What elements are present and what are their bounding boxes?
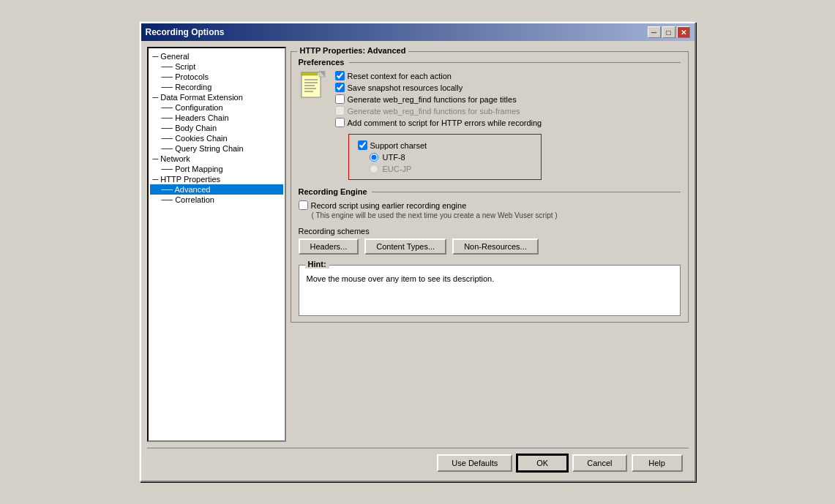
save-snapshot-checkbox[interactable] xyxy=(335,83,345,92)
tree-item-body-chain[interactable]: ── Body Chain xyxy=(150,123,283,133)
headers-button[interactable]: Headers... xyxy=(299,238,359,255)
hint-text: Move the mouse over any item to see its … xyxy=(307,271,673,283)
reset-context-checkbox[interactable] xyxy=(335,71,345,80)
window-title: Recording Options xyxy=(146,27,225,37)
utf8-radio[interactable] xyxy=(370,153,378,162)
record-engine-checkbox[interactable] xyxy=(299,200,308,210)
tree-item-advanced[interactable]: ── Advanced xyxy=(150,184,283,195)
check-gen-web-reg: Generate web_reg_find functions for page… xyxy=(335,94,542,104)
gen-subframes-checkbox[interactable] xyxy=(335,106,345,116)
charset-box: Support charset UTF-8 EUC-JP xyxy=(348,134,542,180)
window-body: ─ General ── Script ── Protocols ── Reco… xyxy=(141,41,694,481)
tree-item-recording[interactable]: ── Recording xyxy=(150,82,283,92)
main-content: ─ General ── Script ── Protocols ── Reco… xyxy=(147,47,689,442)
recording-schemes-label: Recording schemes xyxy=(299,227,681,236)
tree-item-port-mapping[interactable]: ── Port Mapping xyxy=(150,164,283,174)
check-add-comment: Add comment to script for HTTP errors wh… xyxy=(335,118,542,127)
title-bar: Recording Options ─ □ ✕ xyxy=(141,23,694,41)
add-comment-label: Add comment to script for HTTP errors wh… xyxy=(348,119,542,127)
support-charset-label: Support charset xyxy=(370,141,427,150)
tree-item-http-properties[interactable]: ─ HTTP Properties xyxy=(150,174,283,184)
maximize-button[interactable]: □ xyxy=(662,26,675,38)
utf8-label: UTF-8 xyxy=(383,153,405,162)
preferences-checkboxes: Reset context for each action Save snaps… xyxy=(335,71,542,180)
radio-eucjp: EUC-JP xyxy=(358,165,533,173)
tree-item-general[interactable]: ─ General xyxy=(150,51,283,61)
check-support-charset: Support charset xyxy=(358,140,533,150)
tree-item-query-string-chain[interactable]: ── Query String Chain xyxy=(150,143,283,154)
check-record-engine: Record script using earlier recording en… xyxy=(299,200,681,210)
eucjp-radio[interactable] xyxy=(370,165,378,173)
check-save-snapshot: Save snapshot resources locally xyxy=(335,83,542,92)
help-button[interactable]: Help xyxy=(632,454,683,472)
schemes-buttons-row: Headers... Content Types... Non-Resource… xyxy=(299,238,681,255)
tree-item-configuration[interactable]: ── Configuration xyxy=(150,102,283,113)
content-types-button[interactable]: Content Types... xyxy=(364,238,446,255)
reset-context-label: Reset context for each action xyxy=(348,72,452,80)
eucjp-label: EUC-JP xyxy=(383,165,412,173)
recording-schemes-section: Recording schemes Headers... Content Typ… xyxy=(299,227,681,255)
check-reset-context: Reset context for each action xyxy=(335,71,542,80)
tree-item-protocols[interactable]: ── Protocols xyxy=(150,72,283,82)
recording-options-window: Recording Options ─ □ ✕ ─ General ── Scr… xyxy=(140,22,696,482)
ok-button[interactable]: OK xyxy=(517,454,568,472)
bottom-bar: Use Defaults OK Cancel Help xyxy=(147,448,689,475)
preferences-section-header: Preferences xyxy=(299,58,681,67)
title-bar-buttons: ─ □ ✕ xyxy=(648,26,690,38)
tree-item-headers-chain[interactable]: ── Headers Chain xyxy=(150,113,283,123)
hint-box: Hint: Move the mouse over any item to se… xyxy=(299,265,681,316)
minimize-button[interactable]: ─ xyxy=(648,26,661,38)
tree-panel: ─ General ── Script ── Protocols ── Reco… xyxy=(147,47,286,442)
group-title: HTTP Properties: Advanced xyxy=(297,46,409,55)
content-panel: HTTP Properties: Advanced Preferences xyxy=(291,47,689,442)
svg-rect-0 xyxy=(302,72,321,97)
hint-label: Hint: xyxy=(305,260,329,268)
gen-subframes-label: Generate web_reg_find functions for sub-… xyxy=(348,107,520,116)
support-charset-checkbox[interactable] xyxy=(358,140,367,150)
save-snapshot-label: Save snapshot resources locally xyxy=(348,83,463,92)
preferences-icon xyxy=(299,71,328,100)
gen-web-reg-label: Generate web_reg_find functions for page… xyxy=(348,95,517,104)
cancel-button[interactable]: Cancel xyxy=(572,454,626,472)
add-comment-checkbox[interactable] xyxy=(335,118,345,127)
http-properties-group: HTTP Properties: Advanced Preferences xyxy=(291,51,689,323)
tree-item-correlation[interactable]: ── Correlation xyxy=(150,195,283,205)
tree-item-script[interactable]: ── Script xyxy=(150,61,283,72)
tree-item-network[interactable]: ─ Network xyxy=(150,154,283,164)
record-engine-label: Record script using earlier recording en… xyxy=(311,201,467,210)
radio-utf8: UTF-8 xyxy=(358,153,533,162)
close-button[interactable]: ✕ xyxy=(677,26,690,38)
tree-item-dfe[interactable]: ─ Data Format Extension xyxy=(150,92,283,102)
gen-web-reg-checkbox[interactable] xyxy=(335,94,345,104)
tree-item-cookies-chain[interactable]: ── Cookies Chain xyxy=(150,133,283,143)
preferences-area: Reset context for each action Save snaps… xyxy=(299,71,681,180)
recording-engine-section-header: Recording Engine xyxy=(299,187,681,196)
hint-section: Hint: Move the mouse over any item to se… xyxy=(299,265,681,316)
svg-rect-1 xyxy=(302,72,318,75)
non-resources-button[interactable]: Non-Resources... xyxy=(452,238,539,255)
use-defaults-button[interactable]: Use Defaults xyxy=(437,454,512,472)
engine-note: ( This engine will be used the next time… xyxy=(299,211,681,219)
check-gen-subframes: Generate web_reg_find functions for sub-… xyxy=(335,106,542,116)
